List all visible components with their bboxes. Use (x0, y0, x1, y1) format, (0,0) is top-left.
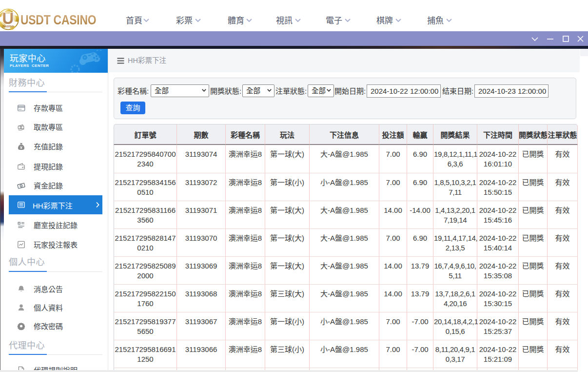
svg-text:Casino: Casino (2, 24, 14, 28)
